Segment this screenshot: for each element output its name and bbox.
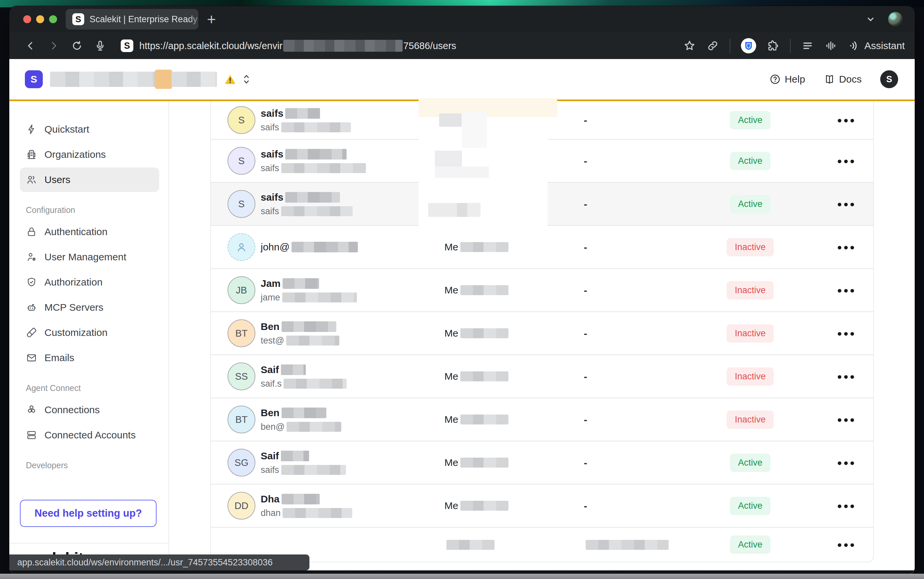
row-menu-button[interactable]: ●●● — [837, 501, 856, 511]
row-menu-button[interactable]: ●●● — [837, 458, 856, 468]
sidebar-item-mcp-servers[interactable]: MCP Servers — [20, 295, 159, 320]
environment-switcher-icon[interactable] — [241, 73, 252, 86]
row-menu-button[interactable]: ●●● — [837, 199, 856, 209]
avatar: BT — [227, 319, 255, 347]
sidebar-item-connected-accounts[interactable]: Connected Accounts — [20, 423, 159, 447]
status-badge: Active — [730, 454, 770, 472]
reload-icon[interactable] — [71, 40, 83, 52]
sidebar-item-connections[interactable]: Connections — [20, 397, 159, 422]
sidebar-item-label: Organizations — [44, 149, 106, 160]
user-name: Saif — [261, 450, 346, 461]
sidebar-item-label: Users — [44, 174, 70, 185]
mic-icon[interactable] — [94, 40, 106, 52]
table-row[interactable]: BT Ben test@ Me - Inactive ●●● — [211, 311, 873, 355]
link-status-bar: app.scalekit.cloud/ws/environments/.../u… — [9, 554, 309, 570]
table-row[interactable]: SG Saif saifs Me - Active ●●● — [211, 441, 873, 484]
row-menu-button[interactable]: ●●● — [837, 286, 856, 295]
row-menu-button[interactable]: ●●● — [837, 156, 856, 166]
table-row[interactable]: JB Jam jame Me - Inactive ●●● — [211, 268, 873, 311]
user-email: saif.s — [261, 379, 347, 389]
new-tab-button[interactable]: + — [207, 11, 216, 27]
sidebar-item-user-management[interactable]: User Management — [20, 245, 159, 269]
table-row[interactable]: DD Dha dhan Me - Active ●●● — [211, 484, 873, 527]
sidebar-item-label: Authentication — [44, 226, 108, 237]
row-menu-button[interactable]: ●●● — [837, 372, 856, 381]
row-menu-button[interactable]: ●●● — [837, 540, 856, 550]
sidebar-item-quickstart[interactable]: Quickstart — [20, 117, 159, 142]
browser-profile-avatar[interactable] — [888, 12, 903, 26]
bitwarden-extension-icon[interactable] — [741, 38, 756, 53]
sidebar-item-authentication[interactable]: Authentication — [20, 219, 159, 244]
user-cell: DD Dha dhan — [211, 492, 419, 520]
scalekit-logo-mark: S — [25, 70, 43, 88]
sidebar-item-users[interactable]: Users — [20, 167, 159, 192]
toolbar-divider — [729, 39, 730, 53]
cubes-icon — [26, 404, 37, 415]
table-row[interactable]: Active ●●● — [211, 527, 873, 562]
user-avatar[interactable]: S — [880, 70, 898, 88]
date-cell: - — [574, 114, 680, 126]
sidebar-nav: QuickstartOrganizationsUsersConfiguratio… — [9, 101, 168, 475]
user-email: saifs — [261, 123, 351, 132]
row-menu-button[interactable]: ●●● — [837, 329, 856, 338]
close-window-button[interactable] — [23, 15, 31, 23]
bolt-icon — [26, 124, 37, 135]
status-cell: Inactive — [680, 324, 820, 343]
minimize-window-button[interactable] — [36, 15, 44, 23]
user-name: Ben — [261, 321, 339, 332]
section-label-agent-connect: Agent Connect — [26, 383, 168, 393]
address-bar[interactable]: https://app.scalekit.cloud/ws/envir 7568… — [139, 40, 456, 52]
copy-link-icon[interactable] — [706, 39, 719, 52]
back-icon[interactable] — [25, 40, 36, 52]
forward-icon[interactable] — [48, 40, 60, 52]
maximize-window-button[interactable] — [49, 15, 57, 23]
voice-waveform-icon[interactable] — [824, 39, 837, 52]
user-email: test@ — [261, 335, 339, 346]
status-cell: Active — [680, 195, 820, 213]
assistant-button[interactable]: Assistant — [848, 40, 905, 52]
section-label-developers: Developers — [26, 461, 168, 470]
row-menu-button[interactable]: ●●● — [837, 415, 856, 424]
table-row[interactable]: john@ Me - Inactive ●●● — [211, 225, 873, 268]
section-label-configuration: Configuration — [26, 205, 168, 215]
date-cell: - — [574, 456, 680, 469]
need-help-button[interactable]: Need help setting up? — [20, 500, 157, 527]
user-email: dhan — [261, 508, 352, 518]
robot-icon — [26, 302, 37, 313]
sidebar-item-label: Quickstart — [44, 124, 89, 135]
status-badge: Active — [730, 111, 770, 129]
sidebar-item-label: Connections — [44, 404, 100, 415]
row-menu-button[interactable]: ●●● — [837, 242, 856, 252]
table-row[interactable]: SS Saif saif.s Me - Inactive ●●● — [211, 355, 873, 397]
table-row[interactable]: BT Ben ben@ Me - Inactive ●●● — [211, 397, 873, 441]
browser-tab[interactable]: S Scalekit | Enterprise Ready A — [65, 9, 198, 29]
row-menu-button[interactable]: ●●● — [837, 115, 856, 125]
sidebar-item-label: Authorization — [44, 276, 103, 288]
user-email: saifs — [261, 206, 353, 216]
chevron-down-icon[interactable] — [864, 13, 877, 26]
mail-icon — [26, 352, 37, 363]
sidebar-item-authorization[interactable]: Authorization — [20, 270, 159, 294]
date-cell — [574, 540, 680, 550]
help-button[interactable]: Help — [769, 74, 805, 85]
user-cell: S saifs saifs — [211, 190, 419, 218]
user-name: Saif — [261, 364, 347, 375]
sidebar-item-emails[interactable]: Emails — [20, 345, 159, 370]
sidebar-item-customization[interactable]: Customization — [20, 321, 159, 345]
extensions-puzzle-icon[interactable] — [767, 39, 779, 52]
site-favicon: S — [121, 39, 133, 52]
workspace-name-redacted[interactable] — [50, 70, 217, 89]
toolbar-divider — [790, 39, 791, 53]
user-gear-icon — [26, 251, 37, 263]
status-cell: Active — [680, 152, 820, 170]
docs-button[interactable]: Docs — [824, 74, 862, 85]
browser-toolbar: S https://app.scalekit.cloud/ws/envir 75… — [9, 33, 915, 59]
sidebar-item-organizations[interactable]: Organizations — [20, 142, 159, 167]
reading-list-icon[interactable] — [801, 39, 814, 52]
status-cell: Active — [680, 536, 820, 554]
user-name: Jam — [261, 278, 357, 289]
bookmark-star-icon[interactable] — [683, 39, 696, 52]
book-icon — [824, 74, 835, 85]
status-cell: Inactive — [680, 281, 820, 299]
user-name: Ben — [261, 407, 341, 419]
